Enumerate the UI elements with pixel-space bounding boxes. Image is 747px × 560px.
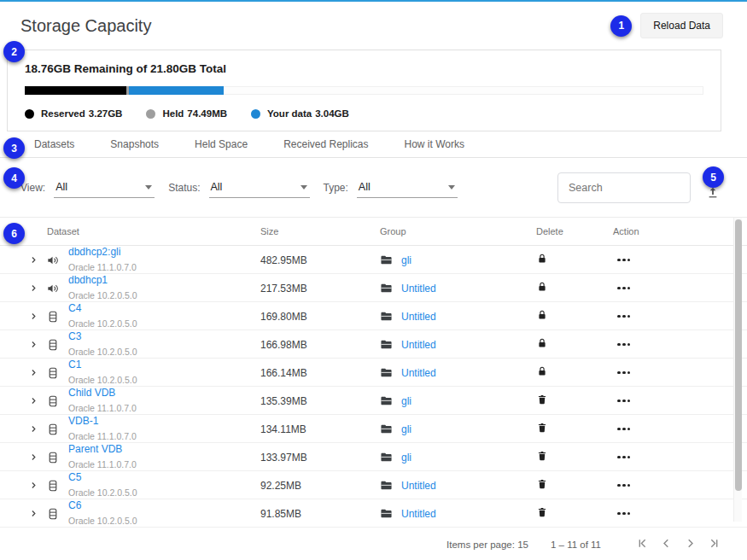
reserved-dot-icon	[25, 109, 34, 119]
status-filter: Status: All	[168, 178, 309, 198]
group-link[interactable]: Untitled	[401, 283, 436, 295]
trash-icon	[536, 422, 548, 434]
expand-row-button[interactable]	[20, 283, 46, 294]
folder-icon	[380, 282, 393, 295]
dataset-link[interactable]: Parent VDB	[68, 444, 260, 456]
more-actions-button[interactable]	[615, 452, 633, 463]
vertical-scrollbar[interactable]	[733, 218, 742, 522]
size-value: 92.25MB	[260, 480, 380, 492]
delete-button[interactable]	[536, 422, 548, 436]
vdb-icon	[46, 451, 68, 464]
size-value: 482.95MB	[260, 254, 380, 266]
dataset-version: Oracle 10.2.0.5.0	[68, 487, 137, 498]
status-filter-select[interactable]: All	[209, 178, 310, 198]
more-actions-button[interactable]	[615, 283, 633, 294]
more-actions-button[interactable]	[615, 396, 633, 406]
chevron-right-icon	[28, 423, 39, 435]
more-actions-button[interactable]	[615, 424, 633, 435]
expand-row-button[interactable]	[20, 508, 46, 519]
group-link[interactable]: Untitled	[401, 480, 436, 492]
type-filter: Type: All	[324, 178, 458, 198]
type-filter-select[interactable]: All	[357, 178, 458, 198]
group-link[interactable]: Untitled	[401, 311, 436, 323]
delete-button[interactable]	[536, 394, 548, 408]
more-actions-button[interactable]	[615, 481, 633, 491]
capacity-bar	[25, 86, 703, 95]
more-actions-button[interactable]	[615, 509, 633, 519]
vdb-icon	[46, 507, 68, 521]
delete-button[interactable]	[536, 450, 548, 464]
capacity-legend: Reserved3.27GB Held74.49MB Your data3.04…	[25, 108, 703, 119]
tab-received-replicas[interactable]: Received Replicas	[283, 138, 368, 150]
chevron-right-icon	[28, 283, 39, 294]
delete-button[interactable]	[536, 506, 548, 521]
expand-row-button[interactable]	[20, 395, 46, 406]
group-link[interactable]: Untitled	[401, 367, 436, 379]
trash-icon	[536, 506, 548, 518]
tab-snapshots[interactable]: Snapshots	[110, 138, 159, 150]
group-link[interactable]: Untitled	[401, 508, 436, 520]
tab-held-space[interactable]: Held Space	[195, 138, 248, 150]
group-link[interactable]: gli	[401, 395, 411, 407]
next-page-button[interactable]	[683, 536, 697, 553]
size-value: 135.39MB	[260, 395, 380, 407]
folder-icon	[380, 507, 393, 520]
more-actions-button[interactable]	[615, 340, 633, 350]
size-value: 166.14MB	[260, 367, 380, 379]
tab-how-it-works[interactable]: How it Works	[405, 138, 464, 150]
dataset-version: Oracle 11.1.0.7.0	[68, 403, 137, 413]
group-link[interactable]: gli	[401, 423, 411, 435]
delete-button[interactable]	[536, 478, 548, 493]
expand-row-button[interactable]	[20, 423, 46, 435]
dataset-version: Oracle 11.1.0.7.0	[68, 262, 137, 272]
dataset-link[interactable]: C4	[68, 303, 260, 315]
first-page-icon	[635, 536, 650, 551]
expand-row-button[interactable]	[20, 452, 46, 463]
view-filter-select[interactable]: All	[54, 178, 155, 198]
expand-row-button[interactable]	[20, 367, 46, 378]
chevron-right-icon	[28, 452, 39, 463]
dsource-icon	[46, 254, 68, 267]
expand-row-button[interactable]	[20, 480, 46, 491]
table-row: dbdhcp2:gliOracle 11.1.0.7.0 482.95MB gl…	[0, 246, 747, 274]
previous-page-button[interactable]	[659, 536, 674, 553]
reload-data-button[interactable]: Reload Data	[640, 13, 723, 38]
dataset-version: Oracle 11.1.0.7.0	[68, 459, 137, 470]
dataset-link[interactable]: Child VDB	[68, 388, 260, 400]
group-link[interactable]: gli	[401, 452, 411, 464]
group-link[interactable]: gli	[401, 254, 411, 266]
more-actions-button[interactable]	[615, 312, 633, 322]
trash-icon	[536, 394, 548, 405]
dataset-link[interactable]: C3	[68, 331, 260, 343]
dataset-link[interactable]: C5	[68, 472, 260, 484]
chevron-right-icon	[28, 311, 39, 322]
lock-icon	[529, 309, 606, 324]
table-row: C4Oracle 10.2.0.5.0 169.80MB Untitled	[0, 302, 747, 330]
search-input[interactable]	[557, 172, 691, 203]
more-actions-button[interactable]	[615, 368, 633, 378]
dataset-link[interactable]: dbdhcp2:gli	[68, 247, 260, 259]
dataset-version: Oracle 10.2.0.5.0	[68, 347, 137, 357]
first-page-button[interactable]	[635, 536, 650, 553]
tab-datasets[interactable]: Datasets	[34, 138, 74, 150]
table-row: C1Oracle 10.2.0.5.0 166.14MB Untitled	[0, 359, 747, 387]
table-header-row: Dataset Size Group Delete Action	[0, 218, 747, 246]
expand-row-button[interactable]	[20, 339, 46, 350]
vdb-icon	[46, 338, 68, 352]
dataset-link[interactable]: C6	[68, 500, 260, 512]
vdb-icon	[46, 366, 68, 380]
dataset-link[interactable]: VDB-1	[68, 416, 260, 428]
dataset-link[interactable]: dbdhcp1	[68, 275, 260, 287]
lock-icon	[529, 281, 606, 296]
last-page-button[interactable]	[707, 536, 721, 553]
dataset-link[interactable]: C1	[68, 359, 260, 371]
expand-row-button[interactable]	[20, 311, 46, 322]
expand-row-button[interactable]	[20, 254, 46, 265]
more-actions-button[interactable]	[615, 255, 633, 265]
table-row: C3Oracle 10.2.0.5.0 166.98MB Untitled	[0, 330, 747, 359]
scrollbar-thumb[interactable]	[735, 219, 742, 491]
chevron-right-icon	[28, 254, 39, 265]
group-link[interactable]: Untitled	[401, 339, 436, 351]
column-header-dataset: Dataset	[20, 226, 260, 236]
vdb-icon	[46, 310, 68, 324]
